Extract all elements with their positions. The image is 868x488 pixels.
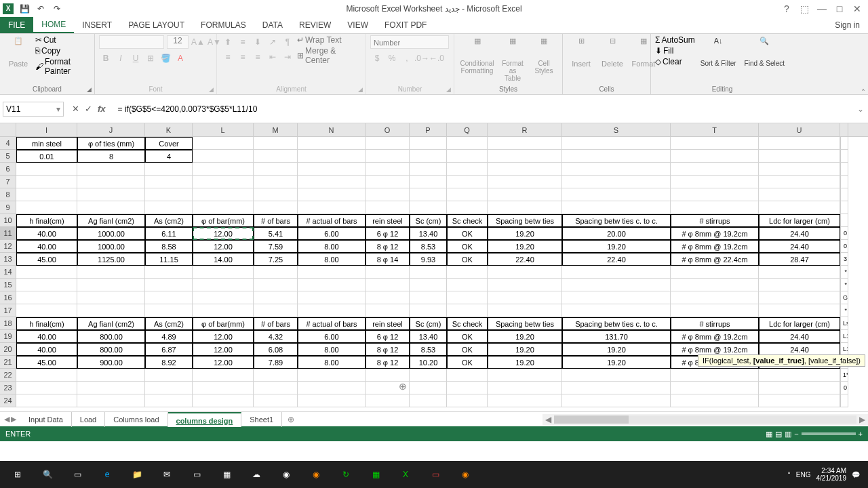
cell[interactable]: # stirrups xyxy=(671,214,759,227)
start-button[interactable]: ⊞ xyxy=(3,462,33,487)
cell[interactable] xyxy=(671,163,759,176)
cell[interactable]: 7.59 xyxy=(254,240,298,253)
dec-decimal-icon[interactable]: ←.0 xyxy=(430,52,443,65)
col-header[interactable]: Q xyxy=(447,123,488,136)
col-header[interactable]: N xyxy=(298,123,366,136)
row-header[interactable]: 21 xyxy=(0,356,16,369)
wrap-text-button[interactable]: ↵ Wrap Text xyxy=(297,35,361,45)
row-header[interactable]: 18 xyxy=(0,317,16,330)
cell[interactable]: 7.25 xyxy=(254,253,298,266)
autosum-button[interactable]: Σ AutoSum xyxy=(655,35,695,45)
clipboard-dialog-icon[interactable]: ◢ xyxy=(87,86,92,93)
cell[interactable] xyxy=(671,150,759,163)
cell[interactable]: OK xyxy=(447,330,488,343)
cell[interactable] xyxy=(298,201,366,214)
cell[interactable] xyxy=(488,137,562,150)
cell[interactable] xyxy=(840,163,848,176)
cell[interactable]: 8 xyxy=(77,150,145,163)
cell[interactable]: 8.53 xyxy=(410,240,447,253)
sign-in[interactable]: Sign in xyxy=(827,17,868,33)
cell[interactable]: 12.00 xyxy=(193,240,254,253)
sheet-tab[interactable]: Input Data xyxy=(20,412,72,427)
cell[interactable]: 22.40 xyxy=(562,253,671,266)
cell[interactable]: rein steel xyxy=(366,317,410,330)
cell[interactable] xyxy=(193,304,254,317)
cell[interactable]: # φ 8mm @ 19.2cm xyxy=(671,240,759,253)
cell[interactable]: 0.01 xyxy=(16,150,77,163)
cell[interactable] xyxy=(145,394,193,407)
cell[interactable] xyxy=(298,382,366,394)
cell[interactable]: 0 xyxy=(840,382,848,394)
cell[interactable] xyxy=(145,291,193,304)
cell[interactable]: 12.00 xyxy=(193,343,254,356)
cell[interactable]: 8.00 xyxy=(298,356,366,369)
cell[interactable] xyxy=(759,266,840,279)
cell[interactable]: 8.92 xyxy=(145,356,193,369)
cancel-formula-icon[interactable]: ✕ xyxy=(72,104,79,114)
cell[interactable] xyxy=(366,291,410,304)
cell[interactable]: 40.00 xyxy=(16,227,77,240)
cell[interactable] xyxy=(840,201,848,214)
cell[interactable]: Sc check xyxy=(447,214,488,227)
col-header[interactable]: R xyxy=(488,123,562,136)
paste-button[interactable]: 📋Paste xyxy=(4,35,33,69)
cell[interactable] xyxy=(447,279,488,291)
tray-lang[interactable]: ENG xyxy=(796,471,811,479)
cell[interactable]: φ of bar(mm) xyxy=(193,214,254,227)
cell[interactable] xyxy=(759,137,840,150)
cell[interactable] xyxy=(366,304,410,317)
cell[interactable] xyxy=(488,291,562,304)
mail-icon[interactable]: ✉ xyxy=(152,462,182,487)
format-painter-button[interactable]: 🖌 Format Painter xyxy=(35,57,90,76)
row-header[interactable]: 23 xyxy=(0,382,16,394)
cell[interactable]: 900.00 xyxy=(77,356,145,369)
cell[interactable] xyxy=(671,201,759,214)
grid-area[interactable]: I J K L M N O P Q R S T U 4min steelφ of… xyxy=(0,123,868,411)
cell[interactable] xyxy=(488,369,562,382)
clear-button[interactable]: ◇ Clear xyxy=(655,57,695,66)
cell[interactable] xyxy=(840,214,848,227)
border-icon[interactable]: ⊞ xyxy=(144,52,157,65)
cell[interactable] xyxy=(447,291,488,304)
cell[interactable] xyxy=(16,291,77,304)
cell[interactable] xyxy=(562,201,671,214)
cell[interactable]: 45.00 xyxy=(16,253,77,266)
cell[interactable] xyxy=(193,291,254,304)
cell[interactable]: 8 φ 12 xyxy=(366,343,410,356)
cell[interactable]: 19.20 xyxy=(488,240,562,253)
cell[interactable] xyxy=(410,201,447,214)
formula-input[interactable] xyxy=(115,102,853,117)
expand-formula-icon[interactable]: ⌄ xyxy=(853,104,868,114)
cell[interactable]: 8 φ 12 xyxy=(366,240,410,253)
cell[interactable]: φ of bar(mm) xyxy=(193,317,254,330)
cell[interactable] xyxy=(447,201,488,214)
cell[interactable] xyxy=(193,150,254,163)
cell[interactable]: 6.11 xyxy=(145,227,193,240)
sort-filter-button[interactable]: A↓Sort & Filter xyxy=(698,35,739,68)
cell[interactable] xyxy=(671,394,759,407)
view-page-icon[interactable]: ▤ xyxy=(775,430,782,439)
copy-button[interactable]: ⎘ Copy xyxy=(35,46,90,56)
zoom-slider[interactable] xyxy=(802,432,856,435)
sheet-nav-prev-icon[interactable]: ◀ xyxy=(4,415,9,424)
cell[interactable]: 24.40 xyxy=(759,240,840,253)
cell[interactable] xyxy=(410,394,447,407)
tab-formulas[interactable]: FORMULAS xyxy=(193,17,254,33)
cell[interactable]: Cover xyxy=(145,137,193,150)
cell[interactable]: OK xyxy=(447,240,488,253)
cell[interactable]: 6.87 xyxy=(145,343,193,356)
new-sheet-icon[interactable]: ⊕ xyxy=(282,415,300,424)
app-icon[interactable]: ▭ xyxy=(182,462,212,487)
firefox-icon[interactable]: ◉ xyxy=(301,462,331,487)
insert-cells-button[interactable]: ⊞Insert xyxy=(567,35,595,69)
cell[interactable]: 13.40 xyxy=(410,227,447,240)
cell[interactable] xyxy=(16,382,77,394)
cell[interactable]: 40.00 xyxy=(16,240,77,253)
row-header[interactable]: 20 xyxy=(0,343,16,356)
cell[interactable] xyxy=(366,394,410,407)
row-header[interactable]: 16 xyxy=(0,291,16,304)
cell[interactable] xyxy=(759,188,840,201)
cell[interactable]: Sc check xyxy=(447,317,488,330)
cell[interactable]: 800.00 xyxy=(77,343,145,356)
cell[interactable] xyxy=(671,304,759,317)
